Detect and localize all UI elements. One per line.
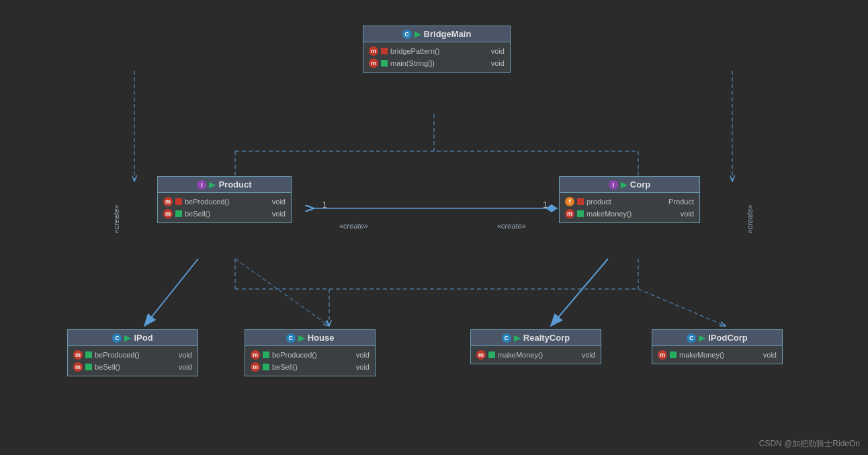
corp-method-1: m makeMoney() void	[565, 208, 694, 220]
watermark: CSDN @加把劲骑士RideOn	[759, 438, 860, 450]
ipod-header: C ▶ IPod	[68, 330, 198, 346]
corp-m-icon: m	[565, 209, 574, 218]
access-icon-2	[381, 60, 388, 67]
corp-field-1: f product Product	[565, 196, 694, 208]
product-m-icon-1: m	[163, 197, 173, 206]
realtycorp-method-name: makeMoney()	[498, 351, 543, 359]
bridgemain-class: C ▶ BridgeMain m bridgePattern() void m …	[363, 26, 511, 73]
create-label-center-right: «create»	[497, 222, 526, 230]
house-class: C ▶ House m beProduced() void m beSell()…	[245, 329, 376, 376]
ipod-m-icon-1: m	[73, 350, 83, 360]
ipod-method-name-1: beProduced()	[95, 351, 140, 359]
ipod-method-2: m beSell() void	[73, 361, 192, 373]
ipodcorp-name: IPodCorp	[708, 333, 748, 343]
house-sub-icon: ▶	[298, 333, 305, 343]
product-m-icon-2: m	[163, 209, 173, 218]
ipod-m-icon-2: m	[73, 362, 83, 372]
ipodcorp-type-icon: C	[687, 333, 696, 343]
method-return-2: void	[491, 59, 505, 67]
bridgemain-header: C ▶ BridgeMain	[363, 26, 510, 42]
ipod-body: m beProduced() void m beSell() void	[68, 346, 198, 376]
method-icon-2: m	[369, 58, 378, 68]
realtycorp-access	[488, 351, 495, 358]
svg-line-10	[235, 259, 329, 326]
house-method-1: m beProduced() void	[251, 349, 370, 361]
svg-line-9	[144, 259, 198, 326]
ipod-access-2	[85, 364, 92, 370]
ipod-method-ret-2: void	[179, 363, 192, 371]
svg-line-15	[638, 289, 726, 326]
product-body: m beProduced() void m beSell() void	[158, 193, 291, 222]
corp-method-ret: void	[681, 210, 694, 218]
corp-body: f product Product m makeMoney() void	[560, 193, 699, 222]
realtycorp-name: RealtyCorp	[523, 333, 570, 343]
ipod-name: IPod	[134, 333, 153, 343]
product-method-ret-2: void	[272, 210, 286, 218]
ipodcorp-method-ret: void	[763, 351, 777, 359]
corp-name: Corp	[630, 179, 650, 190]
ipodcorp-header: C ▶ IPodCorp	[652, 330, 782, 346]
ipodcorp-method-1: m makeMoney() void	[658, 349, 777, 361]
product-sub-icon: ▶	[209, 179, 216, 190]
create-label-center-left: «create»	[339, 222, 368, 230]
realtycorp-class: C ▶ RealtyCorp m makeMoney() void	[470, 329, 601, 364]
realtycorp-type-icon: C	[502, 333, 511, 343]
house-access-2	[263, 364, 269, 370]
corp-field-name: product	[587, 198, 611, 206]
house-m-icon-1: m	[251, 350, 260, 360]
product-method-ret-1: void	[272, 198, 286, 206]
product-method-2: m beSell() void	[163, 208, 286, 220]
ipod-method-ret-1: void	[179, 351, 192, 359]
num-label-1: 1	[322, 200, 327, 210]
corp-field-access	[577, 198, 584, 205]
house-method-ret-2: void	[356, 363, 370, 371]
corp-sub-icon: ▶	[621, 179, 627, 190]
realtycorp-body: m makeMoney() void	[471, 346, 601, 364]
bridgemain-sub-icon: ▶	[415, 29, 421, 39]
create-label-right: «create»	[746, 205, 754, 234]
house-header: C ▶ House	[245, 330, 375, 346]
svg-line-14	[551, 259, 608, 326]
corp-field-type: Product	[668, 198, 694, 206]
method-name-2: main(String[])	[390, 59, 435, 67]
bridgemain-body: m bridgePattern() void m main(String[]) …	[363, 42, 510, 72]
ipodcorp-m-icon: m	[658, 350, 667, 360]
bridgemain-method-1: m bridgePattern() void	[369, 45, 505, 57]
method-return-1: void	[491, 47, 505, 55]
house-type-icon: C	[286, 333, 296, 343]
product-header: I ▶ Product	[158, 177, 291, 193]
house-method-name-2: beSell()	[272, 363, 298, 371]
product-access-1	[175, 198, 182, 205]
product-method-name-2: beSell()	[185, 210, 210, 218]
house-body: m beProduced() void m beSell() void	[245, 346, 375, 376]
ipodcorp-method-name: makeMoney()	[679, 351, 724, 359]
house-access-1	[263, 351, 269, 358]
realtycorp-header: C ▶ RealtyCorp	[471, 330, 601, 346]
bridgemain-type-icon: C	[402, 30, 412, 39]
house-method-name-1: beProduced()	[272, 351, 317, 359]
ipodcorp-access	[670, 351, 677, 358]
diagram-container: C ▶ BridgeMain m bridgePattern() void m …	[0, 0, 868, 455]
corp-type-icon: I	[609, 180, 618, 190]
ipod-method-name-2: beSell()	[95, 363, 120, 371]
corp-access	[577, 210, 584, 217]
method-icon-1: m	[369, 46, 378, 56]
product-method-1: m beProduced() void	[163, 196, 286, 208]
corp-f-icon: f	[565, 197, 574, 206]
bridgemain-name: BridgeMain	[424, 29, 472, 39]
ipod-type-icon: C	[112, 333, 122, 343]
product-class: I ▶ Product m beProduced() void m beSell…	[157, 176, 292, 223]
house-method-ret-1: void	[356, 351, 370, 359]
ipod-sub-icon: ▶	[124, 333, 131, 343]
product-name: Product	[218, 179, 251, 190]
ipodcorp-class: C ▶ IPodCorp m makeMoney() void	[652, 329, 783, 364]
method-name-1: bridgePattern()	[390, 47, 439, 55]
access-icon-1	[381, 48, 388, 54]
corp-class: I ▶ Corp f product Product m makeMoney()…	[559, 176, 700, 223]
product-type-icon: I	[197, 180, 206, 190]
ipodcorp-body: m makeMoney() void	[652, 346, 782, 364]
realtycorp-sub-icon: ▶	[514, 333, 521, 343]
house-method-2: m beSell() void	[251, 361, 370, 373]
realtycorp-method-1: m makeMoney() void	[476, 349, 595, 361]
create-label-left: «create»	[112, 205, 120, 234]
